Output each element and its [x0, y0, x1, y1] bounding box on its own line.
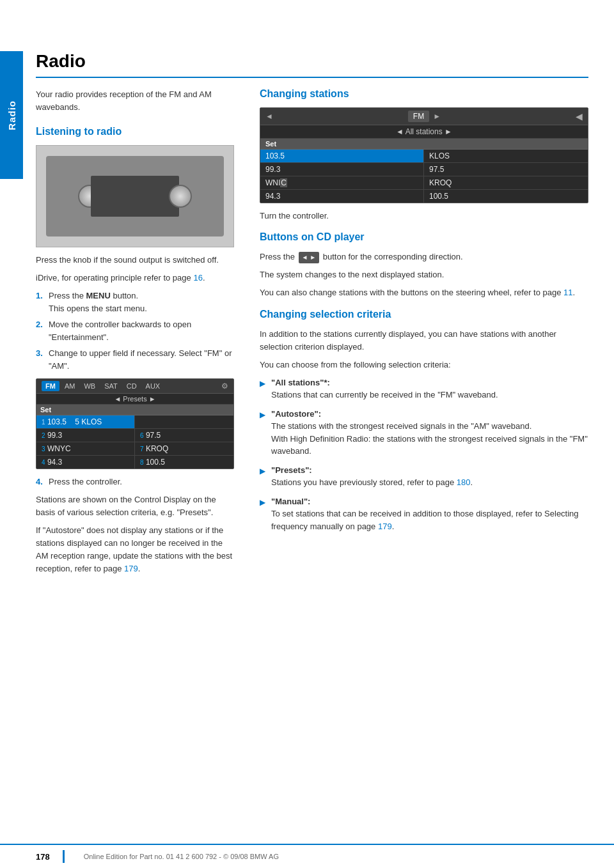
page180-link[interactable]: 180 — [457, 477, 471, 487]
buttons-para1: Press the ◄ ► button for the correspondi… — [260, 251, 588, 263]
fm-presets-row: ◄ Presets ► — [36, 394, 233, 405]
station-grid: 103.5 KLOS 99.3 97.5 WNIC KROQ 94.3 100.… — [260, 150, 588, 203]
fm-station-r1 — [135, 415, 233, 429]
station-cell-wnic: WNIC — [260, 176, 424, 190]
buttons-cd-heading: Buttons on CD player — [260, 231, 588, 243]
station-cell-975: 97.5 — [424, 163, 588, 176]
arrow-icon-3: ▶ — [260, 465, 267, 489]
side-tab: Radio — [0, 51, 23, 179]
criteria-item-manual: ▶ "Manual": To set stations that can be … — [260, 495, 588, 533]
fm-station-r3: 7 KROQ — [135, 442, 233, 456]
fm-menu-top: FM AM WB SAT CD AUX ⚙ — [36, 379, 233, 394]
station-left-arrow: ◄ — [265, 112, 273, 121]
listen-para1: Press the knob if the sound output is sw… — [36, 254, 234, 267]
fm-menu-display: FM AM WB SAT CD AUX ⚙ ◄ Presets ► Set — [36, 378, 234, 469]
station-cell-kroq: KROQ — [424, 176, 588, 190]
fm-station-2: 2 99.3 — [36, 429, 135, 442]
station-cell-103: 103.5 — [260, 150, 424, 163]
station-icon: ◀ — [576, 111, 583, 121]
steps-list: 1. Press the MENU button.This opens the … — [36, 290, 234, 372]
fm-station-r4: 8 100.5 — [135, 456, 233, 469]
arrow-icon-4: ▶ — [260, 497, 267, 533]
selection-criteria-heading: Changing selection criteria — [260, 309, 588, 320]
fm-set-row: Set — [36, 405, 233, 415]
footer-copyright: Online Edition for Part no. 01 41 2 600 … — [84, 853, 279, 860]
station-cell-klos: KLOS — [424, 150, 588, 163]
left-column: Your radio provides reception of the FM … — [36, 88, 234, 581]
station-display: ◄ FM ► ◀ ◄ All stations ► Set 10 — [260, 107, 588, 203]
criteria-item-presets: ▶ "Presets": Stations you have previousl… — [260, 464, 588, 489]
fm-menu-icon: ⚙ — [221, 382, 228, 391]
autostore-para: If "Autostore" does not display any stat… — [36, 524, 234, 576]
step-3: 3. Change to upper field if necessary. S… — [36, 347, 234, 372]
station-top: ◄ FM ► ◀ — [260, 108, 588, 125]
fm-tab-sat[interactable]: SAT — [100, 381, 122, 391]
all-stations-row: ◄ All stations ► — [260, 125, 588, 139]
page179-link-right[interactable]: 179 — [378, 522, 392, 531]
criteria-item-allstations: ▶ "All stations"*: Stations that can cur… — [260, 376, 588, 401]
turn-controller-text: Turn the controller. — [260, 210, 588, 222]
step4-list: 4. Press the controller. — [36, 476, 234, 488]
station-cell-1005: 100.5 — [424, 190, 588, 203]
station-cell-993: 99.3 — [260, 163, 424, 176]
step-1: 1. Press the MENU button.This opens the … — [36, 290, 234, 314]
radio-display — [91, 176, 180, 216]
buttons-para3: You can also change stations with the bu… — [260, 286, 588, 299]
arrow-icon-2: ▶ — [260, 409, 267, 458]
fm-label: FM — [408, 111, 429, 122]
radio-image-inner — [46, 156, 223, 236]
bottom-bar: 178 Online Edition for Part no. 01 41 2 … — [0, 844, 614, 868]
page179-link-left[interactable]: 179 — [124, 564, 138, 573]
station-set-row: Set — [260, 139, 588, 150]
radio-knob-right — [169, 185, 192, 208]
fm-station-1: 1 103.5 5 KLOS — [36, 415, 135, 429]
fm-station-4: 4 94.3 — [36, 456, 135, 469]
page11-link[interactable]: 11 — [563, 288, 572, 297]
station-cell-943: 94.3 — [260, 190, 424, 203]
fm-tabs: FM AM WB SAT CD AUX — [42, 381, 164, 391]
arrow-icon-1: ▶ — [260, 378, 267, 401]
fm-stations-grid: 1 103.5 5 KLOS 2 99.3 6 97.5 3 WNYC — [36, 415, 233, 469]
step-2: 2. Move the controller backwards to open… — [36, 318, 234, 343]
station-right-arrow: ► — [433, 112, 441, 121]
fm-tab-cd[interactable]: CD — [123, 381, 141, 391]
intro-text: Your radio provides reception of the FM … — [36, 88, 234, 113]
criteria-item-autostore: ▶ "Autostore": The stations with the str… — [260, 408, 588, 458]
ctrl-button-icon: ◄ ► — [299, 252, 320, 263]
buttons-para2: The system changes to the next displayed… — [260, 268, 588, 281]
stations-para: Stations are shown on the Control Displa… — [36, 493, 234, 519]
fm-station-3: 3 WNYC — [36, 442, 135, 456]
criteria-list: ▶ "All stations"*: Stations that can cur… — [260, 376, 588, 533]
listen-para2: iDrive, for operating principle refer to… — [36, 272, 234, 284]
station-top-center: FM ► — [408, 111, 441, 122]
changing-stations-heading: Changing stations — [260, 88, 588, 100]
radio-image — [36, 145, 234, 247]
page16-link[interactable]: 16 — [193, 273, 202, 283]
page-number: 178 — [36, 852, 50, 862]
criteria-para2: You can choose from the following select… — [260, 359, 588, 371]
listening-to-radio-heading: Listening to radio — [36, 126, 234, 137]
right-column: Changing stations ◄ FM ► ◀ ◄ All station… — [260, 88, 588, 581]
fm-tab-aux[interactable]: AUX — [142, 381, 164, 391]
footer-divider — [63, 850, 65, 863]
criteria-para1: In addition to the stations currently di… — [260, 328, 588, 353]
fm-tab-wb[interactable]: WB — [80, 381, 99, 391]
side-tab-label: Radio — [6, 100, 17, 130]
fm-tab-am[interactable]: AM — [61, 381, 79, 391]
page-title: Radio — [36, 51, 588, 78]
step-4: 4. Press the controller. — [36, 476, 234, 488]
fm-station-r2: 6 97.5 — [135, 429, 233, 442]
fm-tab-fm[interactable]: FM — [42, 381, 59, 391]
